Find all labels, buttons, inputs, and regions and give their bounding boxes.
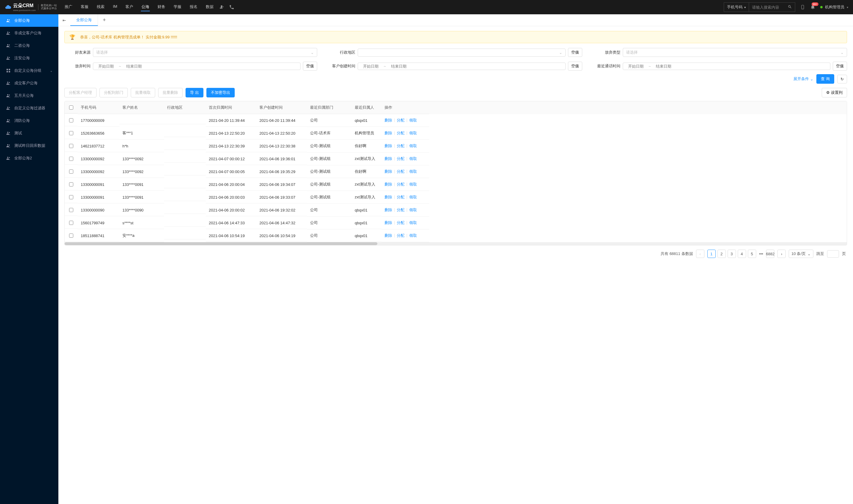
pager-last[interactable]: 6882	[766, 250, 774, 258]
batch-claim-button[interactable]: 批量领取	[131, 88, 155, 97]
nav-线索[interactable]: 线索	[96, 3, 105, 11]
search-button[interactable]	[785, 3, 795, 12]
pager-page[interactable]: 3	[728, 250, 736, 258]
op-claim[interactable]: 领取	[409, 130, 417, 136]
call-time-range[interactable]: ~	[623, 62, 830, 70]
page-size-select[interactable]: 10 条/页⌄	[789, 250, 813, 258]
user-menu[interactable]: 机构管理员 ▾	[820, 4, 848, 10]
export-button[interactable]: 导 出	[185, 88, 203, 97]
abandon-type-select[interactable]: 请选择⌄	[623, 48, 847, 57]
create-null-button[interactable]: 空值	[568, 62, 582, 71]
sidebar-item[interactable]: 自定义公海过滤器	[0, 102, 58, 114]
op-assign[interactable]: 分配	[397, 118, 404, 123]
op-delete[interactable]: 删除	[384, 233, 392, 238]
batch-delete-button[interactable]: 批量删除	[158, 88, 183, 97]
search-input[interactable]	[749, 3, 785, 11]
op-claim[interactable]: 领取	[409, 169, 417, 174]
query-button[interactable]: 查 询	[816, 74, 834, 84]
op-delete[interactable]: 删除	[384, 207, 392, 213]
scrollbar-thumb[interactable]	[65, 242, 377, 245]
tab-all-sea[interactable]: 全部公海	[70, 14, 98, 26]
pager-page[interactable]: 1	[707, 250, 716, 258]
op-claim[interactable]: 领取	[409, 195, 417, 200]
sidebar-item[interactable]: 测试	[0, 127, 58, 139]
nav-客户[interactable]: 客户	[125, 3, 134, 11]
op-assign[interactable]: 分配	[397, 195, 404, 200]
search-type-select[interactable]: 手机号码▾	[724, 3, 749, 12]
create-start-input[interactable]	[360, 64, 381, 69]
nav-数据[interactable]: 数据	[205, 3, 214, 11]
call-null-button[interactable]: 空值	[833, 62, 847, 71]
assign-dept-button[interactable]: 分配到部门	[99, 88, 128, 97]
op-delete[interactable]: 删除	[384, 182, 392, 187]
sidebar-item[interactable]: 五月天公海	[0, 89, 58, 102]
sidebar-item[interactable]: 消防公海	[0, 114, 58, 127]
nav-推广[interactable]: 推广	[64, 3, 73, 11]
op-claim[interactable]: 领取	[409, 182, 417, 187]
sidebar-item[interactable]: 全部公海	[0, 14, 58, 27]
tab-collapse-icon[interactable]: ⇤	[58, 18, 70, 23]
sidebar-item[interactable]: 测试昨日回库数据	[0, 139, 58, 152]
op-assign[interactable]: 分配	[397, 182, 404, 187]
abandon-start-input[interactable]	[96, 64, 116, 69]
export-raw-button[interactable]: 不加密导出	[206, 88, 235, 97]
row-checkbox[interactable]	[69, 157, 73, 161]
op-assign[interactable]: 分配	[397, 207, 404, 213]
select-all-checkbox[interactable]	[69, 105, 73, 110]
mobile-icon[interactable]	[800, 4, 805, 10]
abandon-null-button[interactable]: 空值	[303, 62, 317, 71]
sidebar-item[interactable]: 全部公海2	[0, 152, 58, 164]
call-end-input[interactable]	[653, 64, 674, 69]
abandon-end-input[interactable]	[124, 64, 144, 69]
pager-jump-input[interactable]	[827, 250, 839, 258]
pager-next[interactable]: ›	[777, 250, 786, 258]
op-assign[interactable]: 分配	[397, 156, 404, 161]
add-user-icon[interactable]	[219, 4, 224, 10]
sidebar-item[interactable]: 注安公海	[0, 52, 58, 64]
op-delete[interactable]: 删除	[384, 130, 392, 136]
row-checkbox[interactable]	[69, 234, 73, 238]
phone-icon[interactable]	[229, 4, 234, 10]
reload-button[interactable]: ↻	[837, 75, 847, 84]
expand-filters-link[interactable]: 展开条件 ⌄	[794, 76, 813, 82]
create-time-range[interactable]: ~	[358, 62, 565, 70]
op-assign[interactable]: 分配	[397, 169, 404, 174]
region-null-button[interactable]: 空值	[568, 48, 582, 57]
op-delete[interactable]: 删除	[384, 143, 392, 149]
horizontal-scrollbar[interactable]	[65, 242, 847, 245]
op-assign[interactable]: 分配	[397, 143, 404, 149]
pager-page[interactable]: 4	[738, 250, 746, 258]
op-assign[interactable]: 分配	[397, 130, 404, 136]
op-assign[interactable]: 分配	[397, 220, 404, 226]
call-start-input[interactable]	[625, 64, 646, 69]
nav-客服[interactable]: 客服	[80, 3, 89, 11]
sidebar-item[interactable]: 自定义公海分组⌄	[0, 64, 58, 77]
create-end-input[interactable]	[388, 64, 409, 69]
op-claim[interactable]: 领取	[409, 118, 417, 123]
op-delete[interactable]: 删除	[384, 169, 392, 174]
row-checkbox[interactable]	[69, 221, 73, 225]
row-checkbox[interactable]	[69, 118, 73, 122]
friend-source-select[interactable]: 请选择⌄	[93, 48, 317, 57]
row-checkbox[interactable]	[69, 131, 73, 135]
tab-add-button[interactable]: +	[98, 17, 111, 23]
row-checkbox[interactable]	[69, 169, 73, 174]
op-claim[interactable]: 领取	[409, 220, 417, 226]
nav-报名[interactable]: 报名	[189, 3, 198, 11]
op-assign[interactable]: 分配	[397, 233, 404, 238]
row-checkbox[interactable]	[69, 182, 73, 186]
op-delete[interactable]: 删除	[384, 156, 392, 161]
op-claim[interactable]: 领取	[409, 156, 417, 161]
abandon-time-range[interactable]: ~	[93, 62, 301, 70]
nav-财务[interactable]: 财务	[157, 3, 166, 11]
nav-学服[interactable]: 学服	[173, 3, 182, 11]
assign-manager-button[interactable]: 分配客户经理	[64, 88, 96, 97]
row-checkbox[interactable]	[69, 195, 73, 199]
pager-page[interactable]: 2	[718, 250, 726, 258]
op-delete[interactable]: 删除	[384, 220, 392, 226]
notification-bell[interactable]: 99+	[810, 4, 815, 11]
op-delete[interactable]: 删除	[384, 118, 392, 123]
admin-region-select[interactable]: ⌄	[358, 49, 565, 57]
set-columns-button[interactable]: ⚙ 设置列	[822, 88, 847, 97]
row-checkbox[interactable]	[69, 144, 73, 148]
